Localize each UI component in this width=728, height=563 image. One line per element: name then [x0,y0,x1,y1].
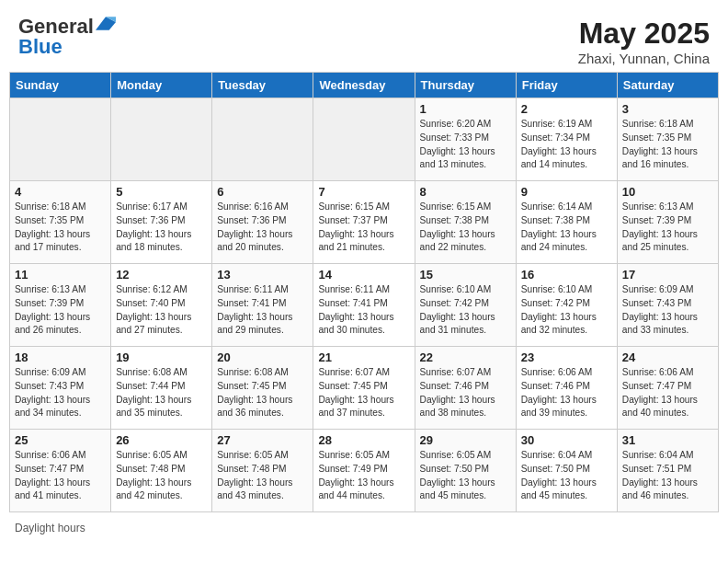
day-info: Sunrise: 6:18 AMSunset: 7:35 PMDaylight:… [15,201,106,255]
day-info: Sunrise: 6:13 AMSunset: 7:39 PMDaylight:… [622,201,713,255]
calendar-cell: 21Sunrise: 6:07 AMSunset: 7:45 PMDayligh… [313,347,415,430]
calendar-cell: 16Sunrise: 6:10 AMSunset: 7:42 PMDayligh… [516,264,617,347]
calendar-cell: 3Sunrise: 6:18 AMSunset: 7:35 PMDaylight… [617,98,718,181]
logo-general-text: General [18,17,94,37]
day-number: 6 [217,185,308,199]
calendar-cell: 12Sunrise: 6:12 AMSunset: 7:40 PMDayligh… [111,264,212,347]
day-info: Sunrise: 6:06 AMSunset: 7:47 PMDaylight:… [622,366,713,420]
title-section: May 2025 Zhaxi, Yunnan, China [578,17,710,66]
day-number: 5 [116,185,207,199]
calendar-cell: 23Sunrise: 6:06 AMSunset: 7:46 PMDayligh… [516,347,617,430]
calendar-cell [10,98,111,181]
day-number: 12 [116,268,207,282]
logo-icon [96,15,116,35]
day-number: 4 [15,185,106,199]
day-info: Sunrise: 6:16 AMSunset: 7:36 PMDaylight:… [217,201,308,255]
day-info: Sunrise: 6:20 AMSunset: 7:33 PMDaylight:… [420,118,511,172]
day-number: 1 [420,102,511,116]
calendar-cell: 6Sunrise: 6:16 AMSunset: 7:36 PMDaylight… [212,181,313,264]
day-number: 21 [318,350,409,364]
calendar-cell: 11Sunrise: 6:13 AMSunset: 7:39 PMDayligh… [10,264,111,347]
day-number: 3 [622,102,713,116]
calendar-cell: 17Sunrise: 6:09 AMSunset: 7:43 PMDayligh… [617,264,718,347]
calendar-cell: 4Sunrise: 6:18 AMSunset: 7:35 PMDaylight… [10,181,111,264]
day-info: Sunrise: 6:12 AMSunset: 7:40 PMDaylight:… [116,283,207,338]
location-subtitle: Zhaxi, Yunnan, China [578,51,710,66]
day-number: 24 [622,350,713,364]
calendar-cell: 20Sunrise: 6:08 AMSunset: 7:45 PMDayligh… [212,347,313,430]
calendar-cell: 30Sunrise: 6:04 AMSunset: 7:50 PMDayligh… [516,430,617,512]
day-number: 7 [318,185,409,199]
page-header: General Blue May 2025 Zhaxi, Yunnan, Chi… [9,9,719,72]
day-number: 19 [116,350,207,364]
footer: Daylight hours [9,518,719,538]
calendar-row-3: 18Sunrise: 6:09 AMSunset: 7:43 PMDayligh… [10,347,719,430]
day-number: 18 [15,350,106,364]
day-info: Sunrise: 6:17 AMSunset: 7:36 PMDaylight:… [116,201,207,255]
calendar-cell [212,98,313,181]
day-number: 20 [217,350,308,364]
day-number: 16 [521,268,612,282]
day-info: Sunrise: 6:09 AMSunset: 7:43 PMDaylight:… [622,283,713,338]
day-info: Sunrise: 6:05 AMSunset: 7:49 PMDaylight:… [318,449,409,503]
day-info: Sunrise: 6:11 AMSunset: 7:41 PMDaylight:… [217,283,308,338]
day-number: 27 [217,433,308,447]
calendar-cell: 13Sunrise: 6:11 AMSunset: 7:41 PMDayligh… [212,264,313,347]
day-info: Sunrise: 6:08 AMSunset: 7:45 PMDaylight:… [217,366,308,420]
day-number: 15 [420,268,511,282]
header-friday: Friday [516,73,617,98]
calendar-body: 1Sunrise: 6:20 AMSunset: 7:33 PMDaylight… [10,98,719,512]
calendar-table: Sunday Monday Tuesday Wednesday Thursday… [9,72,719,512]
day-number: 31 [622,433,713,447]
day-info: Sunrise: 6:04 AMSunset: 7:50 PMDaylight:… [521,449,612,503]
calendar-cell: 28Sunrise: 6:05 AMSunset: 7:49 PMDayligh… [313,430,415,512]
header-thursday: Thursday [415,73,516,98]
day-info: Sunrise: 6:10 AMSunset: 7:42 PMDaylight:… [420,283,511,338]
calendar-cell: 2Sunrise: 6:19 AMSunset: 7:34 PMDaylight… [516,98,617,181]
day-info: Sunrise: 6:13 AMSunset: 7:39 PMDaylight:… [15,283,106,338]
calendar-row-1: 4Sunrise: 6:18 AMSunset: 7:35 PMDaylight… [10,181,719,264]
calendar-cell: 5Sunrise: 6:17 AMSunset: 7:36 PMDaylight… [111,181,212,264]
calendar-cell: 26Sunrise: 6:05 AMSunset: 7:48 PMDayligh… [111,430,212,512]
logo: General Blue [18,17,116,57]
calendar-cell: 27Sunrise: 6:05 AMSunset: 7:48 PMDayligh… [212,430,313,512]
day-number: 26 [116,433,207,447]
day-number: 10 [622,185,713,199]
calendar-cell: 18Sunrise: 6:09 AMSunset: 7:43 PMDayligh… [10,347,111,430]
calendar-cell: 25Sunrise: 6:06 AMSunset: 7:47 PMDayligh… [10,430,111,512]
calendar-cell: 29Sunrise: 6:05 AMSunset: 7:50 PMDayligh… [415,430,516,512]
header-monday: Monday [111,73,212,98]
day-number: 13 [217,268,308,282]
calendar-cell [111,98,212,181]
day-number: 22 [420,350,511,364]
calendar-cell: 31Sunrise: 6:04 AMSunset: 7:51 PMDayligh… [617,430,718,512]
day-number: 30 [521,433,612,447]
day-number: 9 [521,185,612,199]
day-info: Sunrise: 6:06 AMSunset: 7:47 PMDaylight:… [15,449,106,503]
day-info: Sunrise: 6:11 AMSunset: 7:41 PMDaylight:… [318,283,409,338]
header-sunday: Sunday [10,73,111,98]
day-info: Sunrise: 6:05 AMSunset: 7:48 PMDaylight:… [217,449,308,503]
calendar-cell: 19Sunrise: 6:08 AMSunset: 7:44 PMDayligh… [111,347,212,430]
day-info: Sunrise: 6:09 AMSunset: 7:43 PMDaylight:… [15,366,106,420]
calendar-cell: 1Sunrise: 6:20 AMSunset: 7:33 PMDaylight… [415,98,516,181]
month-year-title: May 2025 [578,17,710,51]
day-info: Sunrise: 6:15 AMSunset: 7:37 PMDaylight:… [318,201,409,255]
day-info: Sunrise: 6:04 AMSunset: 7:51 PMDaylight:… [622,449,713,503]
calendar-cell: 14Sunrise: 6:11 AMSunset: 7:41 PMDayligh… [313,264,415,347]
day-info: Sunrise: 6:07 AMSunset: 7:46 PMDaylight:… [420,366,511,420]
day-info: Sunrise: 6:07 AMSunset: 7:45 PMDaylight:… [318,366,409,420]
day-info: Sunrise: 6:15 AMSunset: 7:38 PMDaylight:… [420,201,511,255]
day-info: Sunrise: 6:19 AMSunset: 7:34 PMDaylight:… [521,118,612,172]
header-tuesday: Tuesday [212,73,313,98]
calendar-header: Sunday Monday Tuesday Wednesday Thursday… [10,73,719,98]
day-info: Sunrise: 6:06 AMSunset: 7:46 PMDaylight:… [521,366,612,420]
calendar-cell [313,98,415,181]
day-info: Sunrise: 6:14 AMSunset: 7:38 PMDaylight:… [521,201,612,255]
day-info: Sunrise: 6:08 AMSunset: 7:44 PMDaylight:… [116,366,207,420]
day-number: 29 [420,433,511,447]
calendar-cell: 15Sunrise: 6:10 AMSunset: 7:42 PMDayligh… [415,264,516,347]
day-number: 23 [521,350,612,364]
calendar-cell: 24Sunrise: 6:06 AMSunset: 7:47 PMDayligh… [617,347,718,430]
day-number: 28 [318,433,409,447]
